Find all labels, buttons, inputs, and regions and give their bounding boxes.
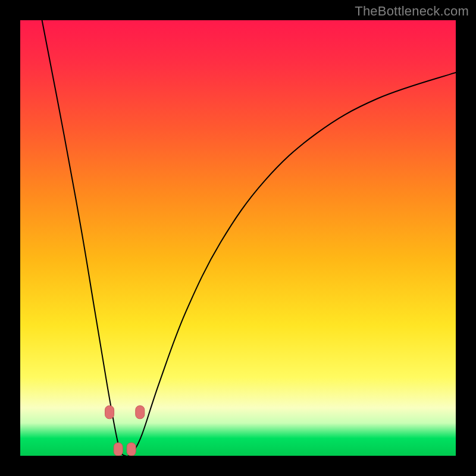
chart-container: TheBottleneck.com xyxy=(0,0,476,476)
curve-marker-3 xyxy=(136,406,145,419)
curve-marker-0 xyxy=(105,406,114,419)
curve-marker-1 xyxy=(114,443,123,456)
watermark-text: TheBottleneck.com xyxy=(355,4,469,19)
curve-marker-2 xyxy=(127,443,136,456)
curve-svg xyxy=(20,20,456,456)
plot-area xyxy=(20,20,456,456)
bottleneck-curve xyxy=(42,20,456,456)
